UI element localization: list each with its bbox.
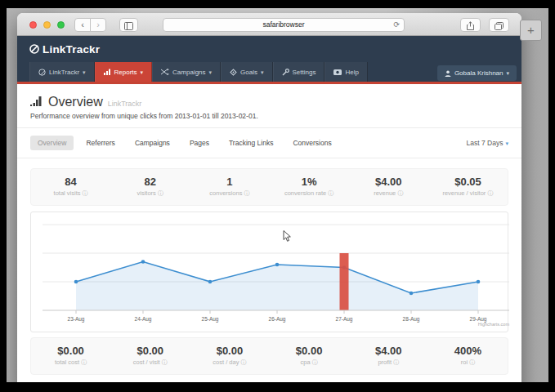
sidebar-icon: [124, 20, 133, 31]
overview-chart-icon: [30, 96, 43, 106]
svg-text:26-Aug: 26-Aug: [269, 316, 286, 323]
stat-revenue-visitor: $0.05 revenue / visitor ⓘ: [428, 176, 508, 198]
share-icon: [467, 20, 474, 31]
tab-campaigns[interactable]: Campaigns: [128, 136, 177, 150]
stat-label: revenue: [374, 189, 396, 197]
info-icon[interactable]: ⓘ: [393, 359, 399, 365]
close-window-button[interactable]: [29, 21, 37, 29]
tab-tracking-links[interactable]: Tracking Links: [222, 136, 280, 150]
zoom-window-button[interactable]: [57, 21, 65, 29]
stat-conversions: 1 conversions ⓘ: [190, 176, 269, 198]
stat-label: cpa: [301, 359, 311, 366]
stat-total-visits: 84 total visits ⓘ: [31, 176, 110, 198]
reload-icon[interactable]: ⟳: [393, 19, 400, 31]
stat-label: conversion rate: [284, 189, 326, 197]
caret-down-icon: ▾: [506, 70, 509, 76]
stat-cpa: $0.00 cpa ⓘ: [270, 345, 349, 367]
address-text: safaribrowser: [262, 20, 304, 29]
stat-value: $0.05: [428, 176, 508, 188]
user-icon: [445, 70, 451, 77]
stat-roi: 400% roi ⓘ: [428, 345, 508, 367]
info-icon[interactable]: ⓘ: [397, 190, 403, 196]
stat-label: total visits: [54, 189, 81, 197]
shuffle-icon: [161, 69, 169, 75]
info-icon[interactable]: ⓘ: [328, 190, 333, 196]
stat-label: total cost: [55, 359, 79, 366]
stat-cost-day: $0.00 cost / day ⓘ: [190, 345, 269, 367]
stat-profit: $4.00 profit ⓘ: [349, 345, 428, 367]
stat-value: $0.00: [190, 345, 269, 357]
info-icon[interactable]: ⓘ: [487, 190, 493, 196]
nav-label: Goals: [240, 69, 257, 76]
info-icon[interactable]: ⓘ: [158, 190, 163, 196]
bar-chart-icon: [104, 69, 111, 75]
brand-logo[interactable]: LinkTrackr: [29, 43, 100, 56]
date-range-label: Last 7 Days: [467, 139, 504, 147]
caret-down-icon: ▾: [141, 69, 144, 75]
desktop-background: + ‹ › safaribrowser ⟳: [7, 8, 548, 382]
svg-text:Highcharts.com: Highcharts.com: [478, 322, 510, 327]
stat-label: roi: [461, 359, 468, 366]
nav-item-help[interactable]: Help: [324, 62, 367, 82]
date-range-dropdown[interactable]: Last 7 Days ▾: [467, 139, 508, 147]
stat-value: 1: [190, 176, 269, 188]
camera-icon: [333, 69, 342, 75]
main-nav: LinkTrackr ▾ Reports ▾ Campaigns ▾: [17, 62, 521, 84]
tab-pages[interactable]: Pages: [182, 136, 217, 150]
globe-icon: [38, 69, 46, 76]
tab-referrers[interactable]: Referrers: [78, 136, 122, 150]
stat-value: $0.00: [270, 345, 349, 357]
stats-panel-top: 84 total visits ⓘ 82 visitors ⓘ 1 conver…: [30, 168, 508, 206]
svg-text:25-Aug: 25-Aug: [202, 316, 219, 323]
stat-value: $4.00: [349, 176, 428, 188]
info-icon[interactable]: ⓘ: [244, 190, 249, 196]
visits-chart-panel[interactable]: 23-Aug24-Aug25-Aug26-Aug27-Aug28-Aug29-A…: [30, 212, 508, 332]
info-icon[interactable]: ⓘ: [312, 359, 318, 365]
stat-label: cost / visit: [133, 359, 160, 366]
stat-value: 1%: [270, 176, 349, 188]
caret-down-icon: ▾: [209, 69, 213, 75]
stat-label: visitors: [137, 189, 156, 197]
info-icon[interactable]: ⓘ: [241, 359, 247, 365]
stat-value: 82: [110, 176, 190, 188]
address-bar[interactable]: safaribrowser ⟳: [163, 18, 405, 32]
stats-panel-bottom: $0.00 total cost ⓘ $0.00 cost / visit ⓘ …: [30, 337, 508, 375]
tab-overview[interactable]: Overview: [30, 136, 74, 150]
info-icon[interactable]: ⓘ: [81, 359, 87, 365]
minimize-window-button[interactable]: [43, 21, 51, 29]
back-button[interactable]: ‹: [74, 18, 91, 32]
sidebar-button[interactable]: [119, 18, 138, 32]
nav-item-reports[interactable]: Reports ▾: [95, 62, 153, 82]
svg-text:24-Aug: 24-Aug: [135, 316, 152, 323]
site-header: LinkTrackr: [17, 36, 521, 62]
safari-window: ‹ › safaribrowser ⟳: [17, 13, 521, 382]
info-icon[interactable]: ⓘ: [83, 190, 88, 196]
tab-conversions[interactable]: Conversions: [285, 136, 338, 150]
mouse-cursor: [283, 230, 292, 246]
stat-revenue: $4.00 revenue ⓘ: [349, 176, 428, 198]
nav-item-linktrackr[interactable]: LinkTrackr ▾: [29, 62, 95, 82]
stat-label: conversions: [209, 189, 242, 197]
nav-label: Campaigns: [172, 69, 205, 76]
goal-diamond-icon: [230, 69, 237, 76]
caret-down-icon: ▾: [83, 69, 86, 75]
user-menu[interactable]: Gobala Krishnan ▾: [437, 65, 517, 81]
stat-label: revenue / visitor: [442, 189, 486, 197]
nav-item-goals[interactable]: Goals ▾: [221, 62, 272, 82]
forward-button[interactable]: ›: [90, 18, 106, 32]
tab-overview-button[interactable]: [489, 18, 509, 32]
visits-area-chart: 23-Aug24-Aug25-Aug26-Aug27-Aug28-Aug29-A…: [31, 212, 516, 332]
share-button[interactable]: [460, 18, 481, 32]
nav-item-campaigns[interactable]: Campaigns ▾: [152, 62, 221, 82]
stat-label: cost / day: [213, 359, 239, 366]
browser-toolbar: ‹ › safaribrowser ⟳: [17, 13, 521, 36]
info-icon[interactable]: ⓘ: [162, 359, 168, 365]
page-title-suffix: LinkTrackr: [108, 100, 142, 108]
desktop-plus-button[interactable]: +: [520, 20, 542, 41]
stat-conversion-rate: 1% conversion rate ⓘ: [270, 176, 349, 198]
nav-item-settings[interactable]: Settings: [273, 62, 325, 82]
stat-value: $4.00: [349, 345, 428, 357]
caret-down-icon: ▾: [505, 140, 508, 146]
stat-value: 400%: [428, 345, 508, 357]
info-icon[interactable]: ⓘ: [469, 359, 475, 365]
